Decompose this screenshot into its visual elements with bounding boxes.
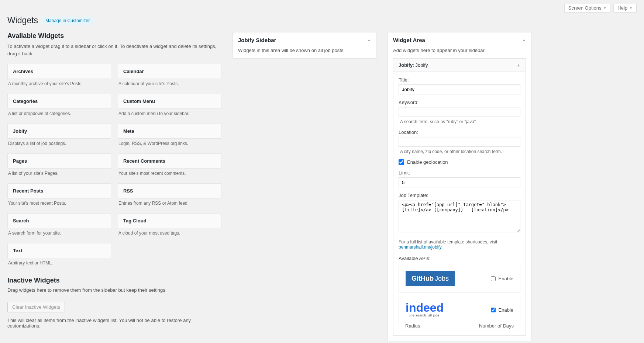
available-widget-text[interactable]: Text — [7, 243, 111, 258]
widget-cell: CategoriesA list or dropdown of categori… — [7, 94, 111, 124]
limit-input[interactable] — [399, 177, 520, 187]
api-indeed-box: indeedone search. all jobs. Enable — [399, 297, 520, 323]
jobify-widget-form: Title: Keyword: A search term, such as "… — [393, 72, 526, 335]
geolocation-row: Enable geolocation — [399, 159, 520, 165]
indeed-enable-row: Enable — [491, 307, 513, 313]
widget-area-desc: Add widgets here to appear in your sideb… — [393, 48, 486, 53]
indeed-enable-label: Enable — [499, 307, 513, 313]
manage-in-customizer-link[interactable]: Manage in Customizer — [42, 17, 93, 25]
widget-cell: ArchivesA monthly archive of your site's… — [7, 64, 111, 94]
page-header: Widgets Manage in Customizer — [7, 15, 637, 25]
widget-desc: Your site's most recent Posts. — [7, 201, 111, 206]
template-note: For a full list of available template sh… — [399, 239, 520, 250]
indeed-enable-checkbox[interactable] — [491, 308, 496, 312]
available-widgets-desc: To activate a widget drag it to a sideba… — [7, 43, 221, 57]
widget-desc: Displays a list of job postings. — [7, 141, 111, 146]
screen-options-label: Screen Options — [568, 5, 602, 11]
available-widget-calendar[interactable]: Calendar — [118, 64, 221, 79]
jobify-sidebar-body[interactable]: Widgets in this area will be shown on al… — [233, 48, 376, 58]
geolocation-label: Enable geolocation — [407, 159, 448, 165]
widget-area-title: Widget Area — [393, 37, 425, 43]
widget-cell: SearchA search form for your site. — [7, 213, 111, 243]
widget-desc: A cloud of your most used tags. — [118, 231, 221, 236]
jobify-widget-instance: Jobify: Jobify ▲ Title: Keyword: A searc… — [393, 58, 526, 336]
widget-cell: CalendarA calendar of your site's Posts. — [118, 64, 221, 94]
template-docs-link[interactable]: benmarshall.me/jobify — [399, 245, 441, 250]
chevron-up-icon: ▲ — [522, 38, 526, 42]
jobify-sidebar-title: Jobify Sidebar — [238, 37, 276, 43]
clear-inactive-widgets-button[interactable]: Clear Inactive Widgets — [7, 302, 65, 312]
location-hint: A city name, zip code, or other location… — [400, 149, 520, 154]
available-widget-recent-posts[interactable]: Recent Posts — [7, 183, 111, 198]
github-enable-checkbox[interactable] — [491, 276, 496, 281]
keyword-input[interactable] — [399, 107, 520, 117]
widget-desc: A monthly archive of your site's Posts. — [7, 81, 111, 86]
widget-desc: Arbitrary text or HTML. — [7, 260, 111, 266]
screen-options-button[interactable]: Screen Options▼ — [564, 4, 611, 13]
jobify-sidebar-header[interactable]: Jobify Sidebar ▲ — [233, 32, 376, 48]
widget-desc: A search form for your site. — [7, 231, 111, 236]
widget-cell: RSSEntries from any RSS or Atom feed. — [118, 183, 221, 213]
jobify-sidebar-column: Jobify Sidebar ▲ Widgets in this area wi… — [233, 32, 376, 59]
location-label: Location: — [399, 129, 520, 135]
available-widgets-column: Available Widgets To activate a widget d… — [7, 32, 221, 329]
limit-label: Limit: — [399, 170, 520, 176]
page-title: Widgets — [7, 15, 38, 25]
available-widget-jobify[interactable]: Jobify — [7, 124, 111, 139]
available-widgets-title: Available Widgets — [7, 32, 221, 40]
chevron-down-icon: ▼ — [629, 6, 633, 10]
widget-cell: Tag CloudA cloud of your most used tags. — [118, 213, 221, 243]
available-widgets-grid: ArchivesA monthly archive of your site's… — [7, 64, 221, 273]
widget-desc: Your site's most recent comments. — [118, 171, 221, 176]
widget-area-panel: Widget Area ▲ Add widgets here to appear… — [388, 32, 531, 341]
radius-label: Radius — [405, 323, 420, 329]
help-button[interactable]: Help▼ — [613, 4, 637, 13]
widget-desc: A calendar of your site's Posts. — [118, 81, 221, 86]
widget-desc: A list of your site's Pages. — [7, 171, 111, 176]
jobify-widget-header[interactable]: Jobify: Jobify ▲ — [393, 59, 526, 72]
available-widget-categories[interactable]: Categories — [7, 94, 111, 109]
jobify-widget-title: Jobify: Jobify — [399, 62, 428, 68]
title-label: Title: — [399, 77, 520, 83]
inactive-widgets-section: Inactive Widgets Drag widgets here to re… — [7, 277, 221, 329]
template-label: Job Template: — [399, 193, 520, 198]
widget-cell: Recent CommentsYour site's most recent c… — [118, 153, 221, 183]
github-enable-row: Enable — [491, 276, 513, 281]
geolocation-checkbox[interactable] — [399, 159, 404, 165]
keyword-hint: A search term, such as "ruby" or "java". — [400, 119, 520, 124]
title-input[interactable] — [399, 84, 520, 94]
chevron-up-icon: ▲ — [367, 38, 371, 42]
available-widget-search[interactable]: Search — [7, 213, 111, 228]
available-widget-archives[interactable]: Archives — [7, 64, 111, 79]
chevron-up-icon: ▲ — [517, 63, 520, 67]
github-enable-label: Enable — [499, 276, 513, 281]
widget-cell: Custom MenuAdd a custom menu to your sid… — [118, 94, 221, 124]
template-textarea[interactable] — [399, 200, 520, 232]
screen-meta-row: Screen Options▼ Help▼ — [7, 0, 637, 13]
widget-area-header[interactable]: Widget Area ▲ — [388, 32, 531, 48]
indeed-subfields: Radius Number of Days — [399, 323, 520, 329]
widget-desc: Login, RSS, & WordPress.org links. — [118, 141, 221, 146]
widget-cell: PagesA list of your site's Pages. — [7, 153, 111, 183]
clear-inactive-note: This will clear all items from the inact… — [7, 318, 221, 329]
chevron-down-icon: ▼ — [603, 6, 606, 10]
indeed-logo: indeedone search. all jobs. — [406, 303, 444, 317]
help-label: Help — [617, 5, 627, 11]
available-widget-recent-comments[interactable]: Recent Comments — [118, 153, 221, 169]
widget-cell: MetaLogin, RSS, & WordPress.org links. — [118, 124, 221, 153]
available-widget-tag-cloud[interactable]: Tag Cloud — [118, 213, 221, 228]
available-widget-rss[interactable]: RSS — [118, 183, 221, 198]
widget-desc: A list or dropdown of categories. — [7, 111, 111, 116]
jobify-sidebar-panel: Jobify Sidebar ▲ Widgets in this area wi… — [233, 32, 376, 59]
location-input[interactable] — [399, 137, 520, 147]
available-apis-label: Available APIs: — [399, 256, 520, 261]
available-widget-meta[interactable]: Meta — [118, 124, 221, 139]
widget-desc: Add a custom menu to your sidebar. — [118, 111, 221, 116]
available-widget-custom-menu[interactable]: Custom Menu — [118, 94, 221, 109]
widget-cell: Recent PostsYour site's most recent Post… — [7, 183, 111, 213]
widget-cell: TextArbitrary text or HTML. — [7, 243, 111, 273]
available-widget-pages[interactable]: Pages — [7, 153, 111, 169]
jobify-sidebar-desc: Widgets in this area will be shown on al… — [238, 48, 345, 53]
widget-cell: JobifyDisplays a list of job postings. — [7, 124, 111, 153]
api-github-box: GitHubJobs Enable — [399, 265, 520, 292]
